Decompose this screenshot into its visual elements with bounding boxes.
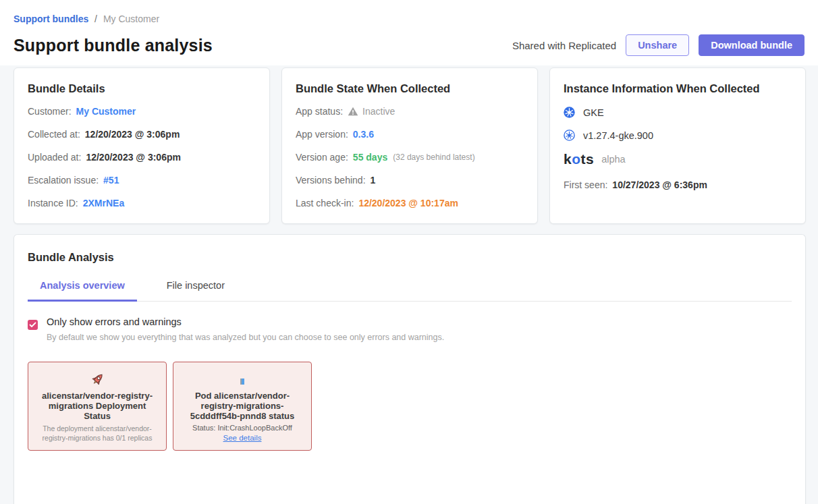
bundle-details-card: Bundle Details Customer: My Customer Col… — [13, 67, 270, 224]
customer-link[interactable]: My Customer — [76, 105, 136, 118]
app-version-label: App version: — [296, 128, 348, 141]
analysis-tabs: Analysis overview File inspector — [28, 280, 792, 302]
app-status-value: Inactive — [362, 105, 395, 118]
rocket-icon — [89, 371, 106, 388]
distribution-value: GKE — [583, 107, 604, 118]
collected-at-value: 12/20/2023 @ 3:06pm — [85, 128, 180, 141]
breadcrumb-support-bundles-link[interactable]: Support bundles — [13, 13, 88, 24]
filter-label[interactable]: Only show errors and warnings — [47, 316, 444, 327]
breadcrumb: Support bundles / My Customer — [13, 13, 805, 24]
info-cards-row: Bundle Details Customer: My Customer Col… — [0, 65, 818, 224]
analyzer-card-status: Status: Init:CrashLoopBackOff — [192, 424, 292, 432]
uploaded-at-label: Uploaded at: — [28, 150, 81, 164]
see-details-link[interactable]: See details — [223, 434, 262, 442]
instance-info-title: Instance Information When Collected — [564, 82, 792, 95]
tab-analysis-overview[interactable]: Analysis overview — [28, 280, 137, 302]
instance-id-link[interactable]: 2XMrNEa — [83, 196, 124, 210]
kubernetes-version-icon — [564, 130, 575, 141]
collected-at-label: Collected at: — [28, 128, 80, 141]
analyzer-results-row: alicenstar/vendor-registry-migrations De… — [28, 362, 792, 451]
broken-image-icon — [240, 379, 244, 385]
kots-logo: kots — [564, 151, 594, 167]
checkmark-icon — [29, 322, 36, 328]
analyzer-card-pod-status[interactable]: Pod alicenstar/vendor-registry-migration… — [173, 362, 312, 451]
filter-row: Only show errors and warnings By default… — [28, 316, 792, 342]
bundle-state-card: Bundle State When Collected App status: … — [281, 67, 538, 224]
first-seen-label: First seen: — [564, 178, 607, 192]
bundle-details-title: Bundle Details — [28, 82, 256, 95]
escalation-issue-link[interactable]: #51 — [103, 173, 119, 187]
kubernetes-distribution-icon — [564, 107, 575, 118]
only-errors-checkbox[interactable] — [28, 320, 38, 330]
analyzer-card-title: Pod alicenstar/vendor-registry-migration… — [180, 391, 305, 421]
header-actions: Shared with Replicated Unshare Download … — [512, 34, 805, 56]
first-seen-value: 10/27/2023 @ 6:36pm — [612, 178, 707, 192]
app-status-label: App status: — [296, 105, 343, 118]
instance-id-label: Instance ID: — [28, 196, 78, 210]
uploaded-at-value: 12/20/2023 @ 3:06pm — [86, 150, 181, 164]
versions-behind-label: Versions behind: — [296, 173, 366, 187]
bundle-analysis-panel: Bundle Analysis Analysis overview File i… — [13, 234, 806, 504]
version-age-value: 55 days — [353, 150, 387, 164]
versions-behind-value: 1 — [371, 173, 376, 187]
tab-file-inspector[interactable]: File inspector — [155, 280, 237, 301]
warning-icon — [348, 107, 358, 116]
last-checkin-value: 12/20/2023 @ 10:17am — [358, 196, 458, 210]
version-age-note: (32 days behind latest) — [393, 150, 474, 164]
analyzer-card-deployment-status[interactable]: alicenstar/vendor-registry-migrations De… — [28, 362, 167, 451]
k8s-version-value: v1.27.4-gke.900 — [583, 130, 653, 141]
analyzer-card-title: alicenstar/vendor-registry-migrations De… — [35, 391, 160, 421]
breadcrumb-current: My Customer — [103, 13, 159, 24]
version-age-label: Version age: — [296, 150, 348, 164]
analyzer-card-message: The deployment alicenstar/vendor-registr… — [36, 424, 158, 443]
escalation-issue-label: Escalation issue: — [28, 173, 99, 187]
page-header: Support bundles / My Customer Support bu… — [0, 0, 818, 65]
bundle-analysis-title: Bundle Analysis — [28, 251, 792, 264]
download-bundle-button[interactable]: Download bundle — [699, 34, 805, 56]
unshare-button[interactable]: Unshare — [626, 34, 689, 56]
app-version-link[interactable]: 0.3.6 — [353, 128, 374, 141]
bundle-state-title: Bundle State When Collected — [296, 82, 524, 95]
shared-status-text: Shared with Replicated — [512, 40, 616, 51]
breadcrumb-separator: / — [94, 13, 97, 24]
customer-label: Customer: — [28, 105, 72, 118]
kots-row: kots alpha — [564, 151, 792, 167]
kots-channel: alpha — [601, 154, 625, 165]
filter-help-text: By default we show you everything that w… — [47, 333, 444, 342]
page-title: Support bundle analysis — [13, 36, 213, 55]
kots-logo-o: o — [572, 151, 580, 167]
instance-info-card: Instance Information When Collected GKE — [549, 67, 806, 224]
last-checkin-label: Last check-in: — [296, 196, 354, 210]
